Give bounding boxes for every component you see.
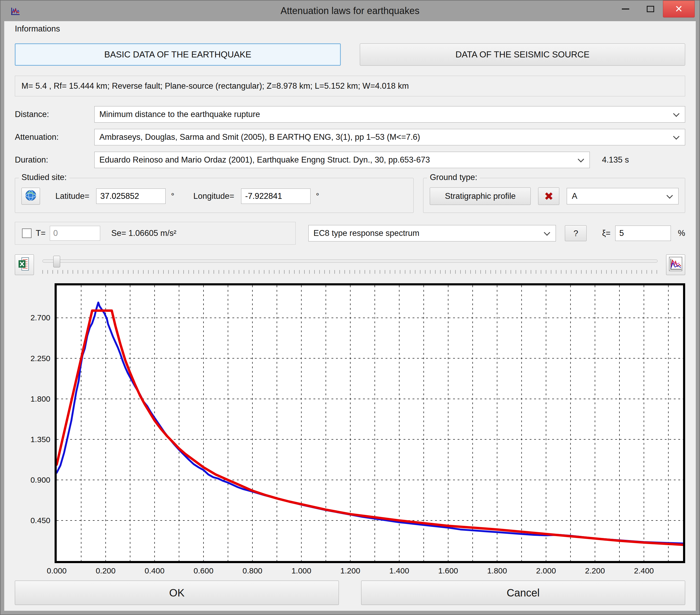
red-x-icon: ✖: [544, 190, 553, 203]
x-tick-label: 0.800: [242, 566, 262, 575]
y-tick-label: 2.700: [30, 313, 50, 322]
minimize-button[interactable]: [613, 1, 638, 17]
distance-row: Distance: Minimum distance to the earthq…: [15, 106, 685, 123]
maximize-icon: [647, 6, 654, 12]
x-tick-label: 2.400: [634, 566, 654, 575]
x-tick-label: 1.400: [389, 566, 409, 575]
slider-track[interactable]: [42, 259, 658, 262]
damping-input[interactable]: [615, 226, 671, 241]
x-tick-label: 0.200: [96, 566, 115, 575]
minimize-icon: [622, 9, 629, 10]
damping-label: ξ=: [602, 229, 611, 238]
series-line-ec8-type-response-spectrum: [57, 310, 683, 545]
basic-data-button[interactable]: BASIC DATA OF THE EARTHQUAKE: [15, 43, 341, 66]
y-tick-label: 1.350: [30, 435, 50, 444]
ground-type-group: Ground type: Stratigraphic profile ✖ A: [423, 178, 685, 213]
y-axis-labels: 0.4500.9001.3501.8002.2502.700: [15, 283, 54, 563]
percent-label: %: [678, 229, 685, 238]
studied-site-group: Studied site: Latitude= ° Longitude=: [15, 178, 414, 213]
globe-icon: [25, 189, 37, 203]
y-tick-label: 0.900: [30, 475, 50, 485]
attenuation-dropdown[interactable]: Ambraseys, Douglas, Sarma and Smit (2005…: [94, 129, 685, 145]
x-tick-label: 1.200: [340, 566, 360, 575]
x-tick-label: 1.000: [291, 566, 311, 575]
duration-value: Eduardo Reinoso and Mario Ordaz (2001), …: [99, 155, 430, 165]
dialog-buttons-row: OK Cancel: [15, 580, 685, 605]
title-bar: Attenuation laws for earthquakes ✕: [4, 1, 696, 21]
caption-buttons: ✕: [613, 1, 696, 21]
dialog-window: Attenuation laws for earthquakes ✕ Infor…: [0, 0, 700, 615]
close-icon: ✕: [675, 3, 683, 15]
t-input[interactable]: [50, 226, 100, 241]
groups-row: Studied site: Latitude= ° Longitude=: [15, 178, 685, 213]
slider-ticks: [42, 270, 658, 274]
response-spectrum-chart: 0.4500.9001.3501.8002.2502.700 0.0000.20…: [15, 283, 685, 578]
google-earth-button[interactable]: [22, 188, 40, 205]
seismic-source-button[interactable]: DATA OF THE SEISMIC SOURCE: [360, 43, 685, 66]
x-axis-labels: 0.0000.2000.4000.6000.8001.0001.2001.400…: [57, 563, 685, 578]
x-tick-label: 1.800: [487, 566, 507, 575]
stratigraphic-profile-button[interactable]: Stratigraphic profile: [430, 188, 531, 205]
cancel-button[interactable]: Cancel: [361, 580, 685, 605]
t-checkbox[interactable]: [22, 229, 32, 238]
longitude-unit: °: [316, 191, 319, 201]
spectrum-type-value: EC8 type response spectrum: [313, 229, 420, 238]
distance-label: Distance:: [15, 110, 94, 119]
duration-label: Duration:: [15, 155, 94, 165]
ground-type-dropdown[interactable]: A: [567, 188, 678, 204]
spectrum-settings-row: T= Se= 1.06605 m/s² EC8 type response sp…: [15, 222, 685, 245]
chevron-down-icon: [666, 192, 673, 198]
export-excel-button[interactable]: [15, 254, 34, 275]
duration-row: Duration: Eduardo Reinoso and Mario Orda…: [15, 151, 685, 168]
chart-main: 0.4500.9001.3501.8002.2502.700: [15, 283, 685, 563]
close-button[interactable]: ✕: [663, 1, 695, 17]
ok-button[interactable]: OK: [15, 580, 339, 605]
spectrum-chart-icon: [669, 257, 683, 273]
latitude-input[interactable]: [96, 189, 166, 204]
chevron-down-icon: [544, 229, 550, 235]
plot-canvas: [54, 283, 685, 563]
longitude-input[interactable]: [241, 189, 311, 204]
attenuation-value: Ambraseys, Douglas, Sarma and Smit (2005…: [99, 132, 420, 142]
chevron-down-icon: [673, 111, 679, 117]
x-tick-label: 0.400: [145, 566, 164, 575]
top-buttons-row: BASIC DATA OF THE EARTHQUAKE DATA OF THE…: [15, 43, 685, 66]
x-tick-label: 0.000: [47, 566, 66, 575]
excel-icon: [17, 257, 31, 273]
window-title: Attenuation laws for earthquakes: [4, 5, 696, 16]
studied-site-title: Studied site:: [19, 172, 70, 182]
longitude-label: Longitude=: [193, 191, 234, 201]
spectrum-type-dropdown[interactable]: EC8 type response spectrum: [309, 225, 556, 241]
delete-profile-button[interactable]: ✖: [538, 188, 559, 205]
help-button[interactable]: ?: [565, 225, 587, 241]
duration-seconds: 4.135 s: [590, 155, 685, 165]
client-area: BASIC DATA OF THE EARTHQUAKE DATA OF THE…: [4, 37, 696, 611]
x-tick-label: 2.200: [585, 566, 605, 575]
y-tick-label: 2.250: [30, 354, 50, 363]
attenuation-label: Attenuation:: [15, 132, 94, 142]
period-panel: T= Se= 1.06605 m/s²: [15, 222, 296, 245]
latitude-label: Latitude=: [55, 191, 89, 201]
x-tick-label: 0.600: [194, 566, 214, 575]
x-tick-label: 2.000: [536, 566, 556, 575]
ground-type-title: Ground type:: [427, 172, 480, 182]
se-label: Se= 1.06605 m/s²: [111, 229, 176, 238]
chevron-down-icon: [673, 133, 679, 140]
earthquake-summary-panel: M= 5.4 , Rf= 15.444 km; Reverse fault; P…: [15, 76, 685, 97]
chart-svg: [57, 285, 683, 561]
app-icon: [10, 5, 21, 16]
y-tick-label: 1.800: [30, 395, 50, 403]
attenuation-row: Attenuation: Ambraseys, Douglas, Sarma a…: [15, 129, 685, 145]
menu-bar: Informations: [4, 21, 696, 37]
chevron-down-icon: [578, 156, 584, 162]
distance-dropdown[interactable]: Minimum distance to the earthquake ruptu…: [94, 106, 685, 123]
slider-row: [15, 253, 685, 277]
plot-spectrum-button[interactable]: [666, 254, 685, 275]
series-line-computed-response-spectrum: [57, 303, 683, 543]
t-label: T=: [36, 229, 46, 238]
maximize-button[interactable]: [638, 1, 663, 17]
duration-dropdown[interactable]: Eduardo Reinoso and Mario Ordaz (2001), …: [94, 152, 590, 168]
slider-thumb[interactable]: [53, 256, 60, 267]
period-slider[interactable]: [41, 253, 659, 277]
menu-item-informations[interactable]: Informations: [12, 23, 63, 35]
